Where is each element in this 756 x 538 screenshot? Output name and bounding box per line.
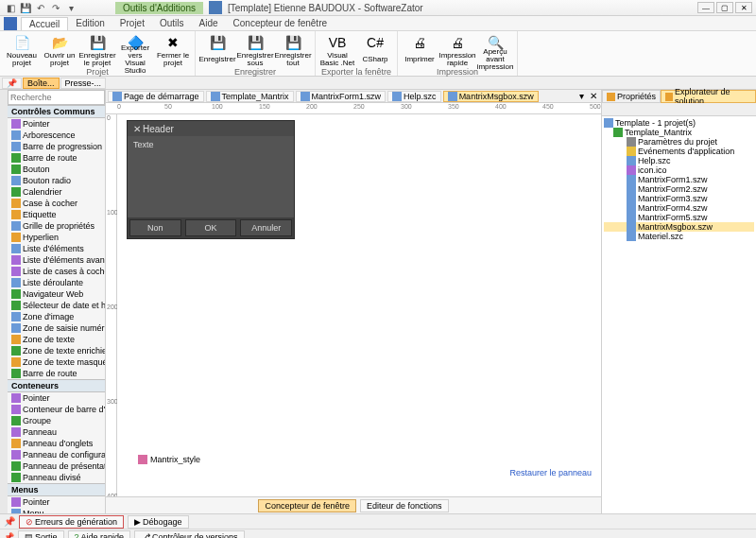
- dialog-btn-non[interactable]: Non: [129, 219, 181, 236]
- doc-tab[interactable]: MantrixMsgbox.szw: [443, 91, 539, 102]
- toolbox-item[interactable]: Zone d'image: [8, 311, 105, 322]
- toolbox-item[interactable]: Zone de texte enrichie: [8, 345, 105, 356]
- tab-aide[interactable]: Aide: [192, 17, 226, 29]
- tab-edition[interactable]: Edition: [68, 17, 112, 29]
- ribbon-visual-basic-net[interactable]: VBVisual Basic .Net: [319, 33, 355, 67]
- doc-tab[interactable]: MantrixForm1.szw: [296, 91, 387, 102]
- toolbox-item[interactable]: Bouton: [8, 164, 105, 175]
- doc-tab[interactable]: Help.szc: [387, 91, 441, 102]
- maximize-button[interactable]: ▢: [716, 2, 733, 13]
- toolbox-search[interactable]: [8, 90, 105, 105]
- toolbox-item[interactable]: Barre de route: [8, 152, 105, 164]
- ribbon-imprimer[interactable]: 🖨Imprimer: [402, 33, 438, 67]
- tab-debogage[interactable]: ▶Débogage: [128, 515, 189, 529]
- toolbox-item[interactable]: Liste d'éléments avancé: [8, 254, 105, 266]
- toolbox-item[interactable]: Zone de texte: [8, 334, 105, 345]
- toolbox-item[interactable]: Bouton radio: [8, 175, 105, 186]
- tree-node[interactable]: Paramètres du projet: [604, 137, 754, 147]
- design-canvas[interactable]: ✕ Header Texte Non OK Annuler Mantrix_st…: [117, 114, 601, 496]
- toolbox-category[interactable]: Menus: [8, 483, 105, 496]
- tree-node[interactable]: Help.szc: [604, 156, 754, 165]
- dialog-btn-annuler[interactable]: Annuler: [240, 219, 292, 236]
- close-button[interactable]: ✕: [735, 2, 752, 13]
- bottom-pin-1[interactable]: 📌: [4, 516, 15, 527]
- toolbox-item[interactable]: Panneau de configuration de: [8, 449, 105, 460]
- doc-tab[interactable]: Template_Mantrix: [206, 91, 294, 102]
- tab-editeur-fonctions[interactable]: Editeur de fonctions: [360, 499, 449, 512]
- aux-presse[interactable]: Presse-...: [60, 78, 107, 89]
- toolbox-item[interactable]: Pointer: [8, 392, 105, 404]
- tab-versions[interactable]: ⎇Contrôleur de versions: [134, 530, 245, 539]
- tab-concepteur[interactable]: Concepteur de fenêtre: [226, 17, 335, 29]
- tab-outils[interactable]: Outils: [152, 17, 192, 29]
- ribbon-enregistrer-le-projet[interactable]: 💾Enregistrer le projet: [79, 33, 115, 67]
- tree-node[interactable]: MantrixForm5.szw: [604, 213, 754, 222]
- doc-tab-control[interactable]: ▾: [577, 91, 586, 101]
- dialog-preview[interactable]: ✕ Header Texte Non OK Annuler: [127, 120, 295, 239]
- tab-concepteur-fenetre[interactable]: Concepteur de fenêtre: [258, 499, 356, 512]
- tab-projet[interactable]: Projet: [112, 17, 152, 29]
- ribbon-enregistrer-tout[interactable]: 💾Enregistrer tout: [275, 33, 311, 67]
- toolbox-item[interactable]: Menu: [8, 508, 105, 513]
- toolbox-item[interactable]: Hyperlien: [8, 232, 105, 243]
- tree-node[interactable]: MantrixForm1.szw: [604, 175, 754, 184]
- tree-node[interactable]: MantrixMsgbox.szw: [604, 222, 754, 232]
- toolbox-category[interactable]: Conteneurs: [8, 379, 105, 392]
- ribbon-ouvrir-un-projet[interactable]: 📂Ouvrir un projet: [42, 33, 77, 67]
- contextual-tab[interactable]: Outils d'Additions: [115, 2, 203, 14]
- ribbon-csharp[interactable]: C#CSharp: [357, 33, 393, 67]
- doc-tab[interactable]: Page de démarrage: [108, 91, 204, 102]
- dialog-header[interactable]: ✕ Header: [128, 121, 294, 136]
- minimize-button[interactable]: —: [697, 2, 714, 13]
- doc-tab-control[interactable]: ✕: [588, 91, 599, 101]
- dialog-close-icon[interactable]: ✕: [131, 124, 143, 134]
- tab-erreurs[interactable]: ⊘Erreurs de génération: [19, 515, 124, 529]
- ribbon-enregistrer-sous[interactable]: 💾Enregistrer sous: [237, 33, 273, 67]
- toolbox-item[interactable]: Panneau de présentation en: [8, 460, 105, 472]
- right-toolbar[interactable]: [602, 103, 756, 116]
- toolbox-item[interactable]: Etiquette: [8, 209, 105, 220]
- toolbox-item[interactable]: Groupe: [8, 415, 105, 426]
- qat-redo-icon[interactable]: ↷: [49, 1, 62, 14]
- tree-node[interactable]: MantrixForm2.szw: [604, 184, 754, 194]
- toolbox-item[interactable]: Conteneur de barre d'outils: [8, 404, 105, 415]
- ribbon-fermer-le-projet[interactable]: ✖Fermer le projet: [155, 33, 191, 67]
- toolbox-item[interactable]: Pointer: [8, 496, 105, 508]
- qat-save-icon[interactable]: 💾: [19, 1, 32, 14]
- tree-node[interactable]: MantrixForm4.szw: [604, 203, 754, 213]
- qat-app-icon[interactable]: ◧: [4, 1, 17, 14]
- restore-panel-link[interactable]: Restaurer le panneau: [509, 468, 592, 477]
- toolbox-item[interactable]: Zone de texte masquée: [8, 356, 105, 368]
- solution-tree[interactable]: Template - 1 projet(s)Template_MantrixPa…: [602, 116, 756, 513]
- toolbox-item[interactable]: Barre de progression: [8, 141, 105, 152]
- qat-undo-icon[interactable]: ↶: [34, 1, 47, 14]
- ribbon-exporter-vers-visual-studio[interactable]: 🔷Exporter vers Visual Studio: [117, 33, 153, 67]
- toolbox-item[interactable]: Sélecteur de date et heure: [8, 300, 105, 311]
- toolbox-item[interactable]: Panneau d'onglets: [8, 438, 105, 449]
- ribbon-enregistrer[interactable]: 💾Enregistrer: [199, 33, 235, 67]
- style-indicator[interactable]: Mantrix_style: [138, 455, 200, 464]
- bottom-pin-2[interactable]: 📌: [4, 532, 14, 539]
- toolbox-item[interactable]: Panneau divisé: [8, 472, 105, 483]
- toolbox-item[interactable]: Calendrier: [8, 186, 105, 198]
- toolbox-item[interactable]: Panneau: [8, 426, 105, 438]
- aux-boite[interactable]: Boîte...: [23, 78, 60, 89]
- toolbox-item[interactable]: Liste déroulante: [8, 277, 105, 288]
- aux-pin[interactable]: 📌: [2, 78, 22, 89]
- dialog-btn-ok[interactable]: OK: [185, 219, 237, 236]
- tab-sortie[interactable]: ▤Sortie: [18, 530, 64, 539]
- ribbon-impression-rapide[interactable]: 🖨Impression rapide: [439, 33, 475, 67]
- tab-explorateur[interactable]: Explorateur de solution: [661, 90, 756, 103]
- toolbox-item[interactable]: Zone de saisie numérique: [8, 322, 105, 334]
- tree-node[interactable]: Evénements d'application: [604, 147, 754, 156]
- toolbox-item[interactable]: Liste de cases à cocher: [8, 266, 105, 277]
- tab-aide-rapide[interactable]: ?Aide rapide: [68, 530, 131, 539]
- toolbox-item[interactable]: Case à cocher: [8, 198, 105, 209]
- file-tab[interactable]: [4, 17, 17, 30]
- tree-node[interactable]: icon.ico: [604, 165, 754, 175]
- toolbox-item[interactable]: Navigateur Web: [8, 288, 105, 300]
- toolbox-item[interactable]: Liste d'éléments: [8, 243, 105, 254]
- dialog-body[interactable]: Texte: [128, 136, 294, 217]
- ribbon-aper-u-avant-impression[interactable]: 🔍Aperçu avant impression: [477, 33, 513, 67]
- tab-accueil[interactable]: Accueil: [21, 17, 68, 30]
